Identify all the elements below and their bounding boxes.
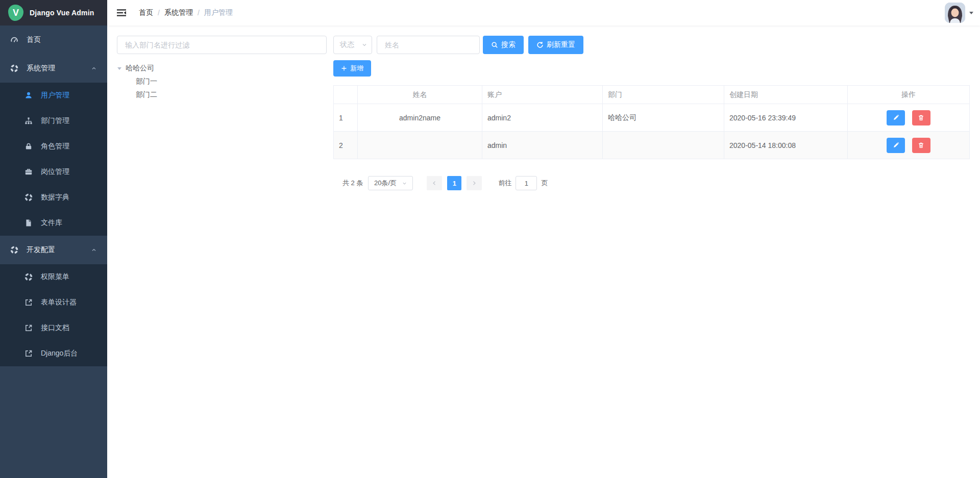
table-header-row: 姓名 账户 部门 创建日期 操作 bbox=[334, 86, 970, 104]
column-header-actions: 操作 bbox=[848, 86, 970, 104]
cell-name: admin2name bbox=[358, 104, 482, 132]
status-select[interactable]: 状态 bbox=[333, 36, 372, 54]
page-number-active[interactable]: 1 bbox=[447, 176, 461, 190]
delete-button[interactable] bbox=[912, 138, 930, 153]
add-button-label: 新增 bbox=[350, 64, 363, 73]
column-header-index bbox=[334, 86, 358, 104]
app-logo[interactable]: V Django Vue Admin bbox=[0, 0, 107, 26]
sidebar-item-posts[interactable]: 岗位管理 bbox=[0, 159, 107, 185]
breadcrumb-home[interactable]: 首页 bbox=[139, 8, 153, 17]
plus-icon bbox=[341, 65, 347, 71]
user-icon bbox=[24, 91, 33, 99]
sidebar-item-users[interactable]: 用户管理 bbox=[0, 83, 107, 108]
breadcrumb-separator: / bbox=[158, 9, 160, 17]
cell-created: 2020-05-14 18:00:08 bbox=[724, 132, 848, 159]
user-panel: 状态 搜索 bbox=[333, 36, 969, 478]
status-select-placeholder: 状态 bbox=[340, 40, 354, 49]
cell-created: 2020-05-16 23:39:49 bbox=[724, 104, 848, 132]
external-link-icon bbox=[24, 349, 33, 358]
add-button[interactable]: 新增 bbox=[333, 60, 371, 77]
column-header-dept: 部门 bbox=[603, 86, 724, 104]
avatar[interactable] bbox=[945, 3, 965, 23]
chevron-right-icon bbox=[471, 180, 477, 186]
sidebar-item-api-docs[interactable]: 接口文档 bbox=[0, 315, 107, 341]
sidebar-item-roles[interactable]: 角色管理 bbox=[0, 134, 107, 159]
cell-account: admin2 bbox=[482, 104, 603, 132]
sidebar-group-system[interactable]: 系统管理 bbox=[0, 54, 107, 83]
user-menu[interactable] bbox=[945, 3, 974, 23]
edit-icon bbox=[893, 142, 899, 148]
sidebar-item-label: 数据字典 bbox=[41, 193, 69, 202]
search-button[interactable]: 搜索 bbox=[483, 36, 524, 54]
caret-down-icon bbox=[969, 10, 974, 15]
column-header-name: 姓名 bbox=[358, 86, 482, 104]
department-filter-input[interactable] bbox=[117, 36, 327, 54]
sidebar-group-label: 开发配置 bbox=[27, 245, 55, 255]
page-size-value: 20条/页 bbox=[374, 179, 397, 188]
tree-node-label: 部门一 bbox=[136, 77, 157, 86]
edit-button[interactable] bbox=[887, 110, 905, 125]
briefcase-icon bbox=[24, 168, 33, 176]
component-icon bbox=[24, 273, 33, 281]
goto-suffix-label: 页 bbox=[541, 179, 548, 188]
prev-page-button[interactable] bbox=[427, 176, 442, 190]
sidebar-item-departments[interactable]: 部门管理 bbox=[0, 108, 107, 134]
tree-node-child[interactable]: 部门一 bbox=[117, 75, 327, 88]
goto-page: 前往 页 bbox=[498, 176, 548, 190]
pagination: 共 2 条 20条/页 1 bbox=[333, 176, 969, 190]
trash-icon bbox=[918, 142, 924, 148]
sidebar-item-permission-menu[interactable]: 权限菜单 bbox=[0, 264, 107, 290]
search-button-label: 搜索 bbox=[501, 40, 516, 49]
tree-node-root[interactable]: 哈哈公司 bbox=[117, 62, 327, 75]
submenu-system: 用户管理 部门管理 角色管理 bbox=[0, 83, 107, 236]
chevron-left-icon bbox=[431, 180, 437, 186]
external-link-icon bbox=[24, 324, 33, 332]
table-row: 1 admin2name admin2 哈哈公司 2020-05-16 23:3… bbox=[334, 104, 970, 132]
page-size-select[interactable]: 20条/页 bbox=[368, 176, 413, 190]
breadcrumb-system[interactable]: 系统管理 bbox=[164, 8, 193, 17]
breadcrumb-separator: / bbox=[198, 9, 200, 17]
sidebar-item-django-admin[interactable]: Django后台 bbox=[0, 341, 107, 366]
trash-icon bbox=[918, 114, 924, 121]
tree-node-child[interactable]: 部门二 bbox=[117, 88, 327, 102]
delete-button[interactable] bbox=[912, 110, 930, 125]
department-panel: 哈哈公司 部门一 部门二 bbox=[117, 36, 327, 478]
cell-index: 1 bbox=[334, 104, 358, 132]
cell-index: 2 bbox=[334, 132, 358, 159]
users-table: 姓名 账户 部门 创建日期 操作 1 admin2name admin2 哈哈公… bbox=[333, 85, 970, 159]
sidebar-item-label: 用户管理 bbox=[41, 91, 69, 100]
sidebar-item-label: 权限菜单 bbox=[41, 272, 69, 282]
edit-button[interactable] bbox=[887, 138, 905, 153]
app-title: Django Vue Admin bbox=[30, 9, 94, 17]
dashboard-icon bbox=[10, 36, 18, 44]
tree-node-label: 部门二 bbox=[136, 90, 157, 99]
sidebar-item-dictionary[interactable]: 数据字典 bbox=[0, 185, 107, 210]
name-filter-input[interactable] bbox=[377, 36, 480, 54]
chevron-up-icon bbox=[91, 247, 97, 253]
component-icon bbox=[24, 193, 33, 202]
sidebar-item-form-designer[interactable]: 表单设计器 bbox=[0, 290, 107, 315]
lock-icon bbox=[24, 142, 33, 150]
sidebar-item-home[interactable]: 首页 bbox=[0, 26, 107, 54]
edit-icon bbox=[893, 114, 899, 121]
caret-down-icon[interactable] bbox=[117, 66, 122, 71]
goto-page-input[interactable] bbox=[516, 176, 537, 190]
chevron-down-icon bbox=[361, 42, 368, 48]
sidebar-item-files[interactable]: 文件库 bbox=[0, 210, 107, 236]
sidebar-item-label: 岗位管理 bbox=[41, 167, 69, 177]
breadcrumb-current: 用户管理 bbox=[204, 8, 233, 17]
document-icon bbox=[24, 219, 33, 227]
sidebar-item-label: Django后台 bbox=[41, 349, 78, 358]
next-page-button[interactable] bbox=[467, 176, 482, 190]
sidebar-group-dev[interactable]: 开发配置 bbox=[0, 236, 107, 264]
hamburger-icon[interactable] bbox=[111, 8, 132, 18]
refresh-icon bbox=[536, 41, 544, 48]
cell-actions bbox=[848, 132, 970, 159]
search-icon bbox=[491, 41, 498, 48]
cell-name bbox=[358, 132, 482, 159]
refresh-reset-button[interactable]: 刷新重置 bbox=[528, 36, 583, 54]
filter-row: 状态 搜索 bbox=[333, 36, 969, 54]
refresh-reset-button-label: 刷新重置 bbox=[547, 40, 575, 49]
sidebar: V Django Vue Admin 首页 系统管理 用户管 bbox=[0, 0, 107, 478]
column-header-account: 账户 bbox=[482, 86, 603, 104]
